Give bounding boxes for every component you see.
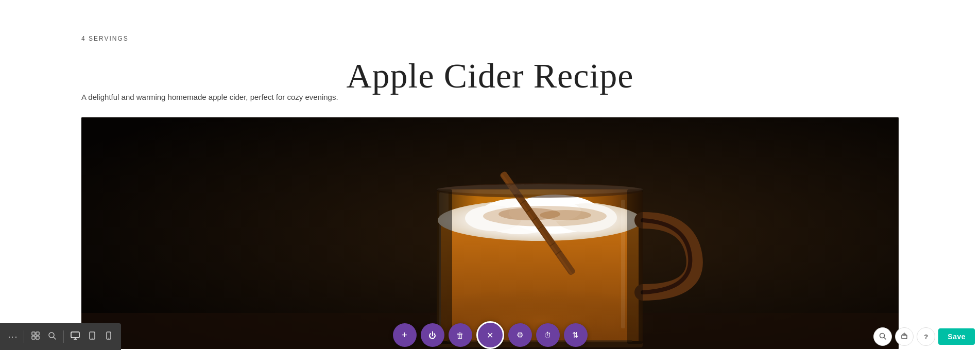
search-icon <box>48 331 56 342</box>
tablet-view-button[interactable] <box>85 328 99 345</box>
arrows-icon: ⇅ <box>572 330 579 340</box>
search-button[interactable] <box>45 328 59 345</box>
mobile-view-button[interactable] <box>101 328 116 345</box>
servings-label: 4 SERVINGS <box>81 35 129 42</box>
hero-image: + ⏻ 🗑 ✕ ⚙ ⏱ ⇅ <box>81 117 899 349</box>
svg-rect-38 <box>36 336 39 339</box>
plus-icon: + <box>402 330 407 341</box>
power-icon: ⏻ <box>428 331 436 340</box>
active-element-indicator[interactable]: ✕ <box>476 321 504 349</box>
svg-point-28 <box>437 184 643 195</box>
help-button[interactable]: ? <box>917 327 935 346</box>
trash-icon: 🗑 <box>456 331 464 340</box>
svg-rect-50 <box>902 335 907 339</box>
recipe-description: A delightful and warming homemade apple … <box>81 93 338 101</box>
settings-button[interactable]: ⚙ <box>508 323 532 347</box>
delete-button[interactable]: 🗑 <box>449 323 472 347</box>
more-options-button[interactable]: ⋮ <box>5 328 20 345</box>
gear-icon: ⚙ <box>517 330 523 340</box>
add-block-button[interactable]: + <box>393 323 417 347</box>
svg-point-16 <box>540 210 591 220</box>
desktop-icon <box>71 331 80 342</box>
grid-icon <box>31 331 40 342</box>
floating-actions: + ⏻ 🗑 ✕ ⚙ ⏱ ⇅ <box>393 321 588 349</box>
svg-point-45 <box>92 338 93 339</box>
toolbar-divider-1 <box>24 330 24 343</box>
svg-rect-41 <box>71 332 79 338</box>
right-actions: ? Save <box>873 327 975 346</box>
svg-rect-35 <box>32 332 35 335</box>
svg-rect-37 <box>32 336 35 339</box>
main-content: 4 SERVINGS Apple Cider Recipe A delightf… <box>0 0 980 350</box>
bottom-toolbar: ⋮ <box>0 323 121 350</box>
svg-rect-36 <box>36 332 39 335</box>
reorder-button[interactable]: ⇅ <box>564 323 588 347</box>
svg-rect-52 <box>904 333 905 334</box>
desktop-view-button[interactable] <box>68 328 82 345</box>
power-button[interactable]: ⏻ <box>421 323 444 347</box>
toolbar-divider-2 <box>63 330 64 343</box>
tablet-icon <box>89 331 95 342</box>
grid-view-button[interactable] <box>28 328 43 345</box>
schedule-button[interactable]: ⏱ <box>536 323 560 347</box>
dots-icon: ⋮ <box>7 332 18 341</box>
close-icon: ✕ <box>487 330 493 340</box>
clock-icon: ⏱ <box>544 331 552 340</box>
svg-line-40 <box>54 337 56 339</box>
layers-button[interactable] <box>895 327 914 346</box>
help-icon: ? <box>924 333 928 341</box>
layers-icon <box>901 332 908 341</box>
svg-line-49 <box>884 337 886 339</box>
mobile-icon <box>106 331 111 342</box>
search-right-button[interactable] <box>873 327 892 346</box>
recipe-title: Apple Cider Recipe <box>0 56 980 96</box>
svg-point-47 <box>108 338 109 339</box>
save-button[interactable]: Save <box>938 328 975 345</box>
search-right-icon <box>879 332 886 341</box>
